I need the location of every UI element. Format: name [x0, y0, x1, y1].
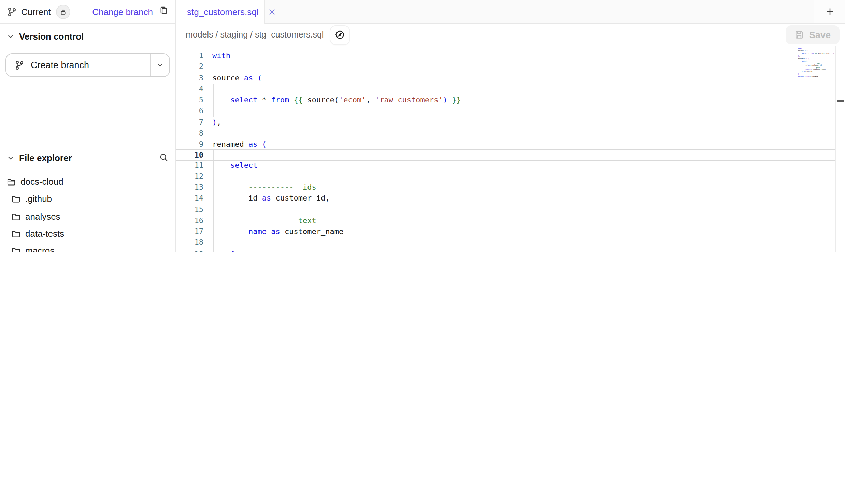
tree-item-label: .github	[25, 194, 52, 204]
chevron-down-icon	[156, 61, 164, 69]
compass-icon	[334, 29, 345, 40]
copilot-compass-button[interactable]	[330, 26, 349, 44]
branch-locked-badge	[56, 4, 71, 19]
save-icon	[795, 30, 804, 40]
sidebar: Version control Create branch File explo…	[0, 24, 176, 252]
folder-icon	[12, 195, 20, 204]
tree-item-.github[interactable]: .github	[0, 191, 175, 208]
breadcrumb-row: models / staging / stg_customers.sql Sav…	[176, 24, 845, 46]
chevron-down-icon	[7, 154, 14, 161]
code-line-10[interactable]: 10	[176, 150, 835, 161]
code-line-1[interactable]: 1with	[176, 50, 835, 62]
code-line-18[interactable]: 18	[176, 238, 835, 249]
tree-item-label: data-tests	[25, 228, 64, 239]
code-line-5[interactable]: 5 select * from {{ source('ecom', 'raw_c…	[176, 95, 835, 106]
tree-item-label: macros	[25, 246, 54, 252]
save-button[interactable]: Save	[786, 25, 840, 44]
code-line-19[interactable]: 19 from source	[176, 249, 835, 252]
dbt-cloud-ide: Current Change branch stg_customers.sql	[0, 0, 845, 252]
create-branch-button[interactable]: Create branch	[5, 53, 170, 77]
plus-icon	[825, 7, 834, 16]
git-branch-icon	[14, 60, 25, 70]
tree-item-macros[interactable]: macros	[0, 242, 175, 252]
copy-icon[interactable]	[159, 5, 169, 18]
breadcrumb: models / staging / stg_customers.sql	[186, 30, 324, 40]
tree-item-docs-cloud[interactable]: docs-cloud	[0, 173, 175, 191]
code-editor[interactable]: 1with2 3source as (4 5 select * from {{ …	[176, 46, 845, 252]
version-control-title: Version control	[19, 31, 84, 41]
folder-icon	[12, 229, 20, 238]
code-line-8[interactable]: 8	[176, 128, 835, 139]
create-branch-label: Create branch	[31, 60, 89, 70]
file-tree: docs-cloud.githubanalysesdata-testsmacro…	[0, 173, 175, 252]
lock-icon	[60, 8, 67, 15]
folder-icon	[12, 212, 20, 221]
code-lines[interactable]: 1with2 3source as (4 5 select * from {{ …	[176, 50, 835, 252]
editor-scrollbar[interactable]	[835, 46, 845, 252]
chevron-down-icon	[7, 32, 14, 40]
new-tab-button[interactable]	[814, 0, 845, 23]
code-line-7[interactable]: 7),	[176, 117, 835, 128]
current-branch-label: Current	[21, 6, 51, 17]
git-branch-icon	[7, 6, 17, 17]
tree-item-analyses[interactable]: analyses	[0, 208, 175, 225]
tab-stg-customers-sql[interactable]: stg_customers.sql	[176, 0, 265, 24]
tree-item-data-tests[interactable]: data-tests	[0, 225, 175, 242]
change-branch-link[interactable]: Change branch	[92, 6, 153, 17]
create-branch-menu-button[interactable]	[150, 54, 169, 76]
code-line-4[interactable]: 4	[176, 84, 835, 95]
minimap[interactable]: with source as ( select * from {{ source…	[790, 48, 834, 79]
code-line-16[interactable]: 16 ---------- text	[176, 216, 835, 227]
code-line-9[interactable]: 9renamed as (	[176, 139, 835, 150]
code-line-11[interactable]: 11 select	[176, 160, 835, 171]
file-explorer-title: File explorer	[19, 152, 72, 163]
code-line-15[interactable]: 15	[176, 204, 835, 216]
folder-icon	[12, 247, 20, 252]
code-line-3[interactable]: 3source as (	[176, 73, 835, 84]
code-line-12[interactable]: 12	[176, 171, 835, 182]
tab-strip: stg_customers.sql	[176, 0, 845, 23]
top-bar: Current Change branch stg_customers.sql	[0, 0, 845, 24]
code-line-6[interactable]: 6	[176, 106, 835, 117]
code-line-13[interactable]: 13 ---------- ids	[176, 182, 835, 193]
search-icon[interactable]	[159, 153, 169, 162]
scroll-marker	[837, 100, 844, 102]
folder-open-icon	[7, 177, 16, 186]
close-icon[interactable]	[268, 8, 276, 16]
branch-header: Current Change branch	[0, 0, 176, 23]
tree-item-label: docs-cloud	[20, 177, 63, 187]
tree-item-label: analyses	[25, 211, 60, 221]
code-line-2[interactable]: 2	[176, 62, 835, 73]
code-line-17[interactable]: 17 name as customer_name	[176, 226, 835, 238]
version-control-header[interactable]: Version control	[0, 24, 175, 48]
tab-label: stg_customers.sql	[187, 7, 259, 17]
code-line-14[interactable]: 14 id as customer_id,	[176, 193, 835, 205]
file-explorer-header[interactable]: File explorer	[0, 147, 175, 168]
